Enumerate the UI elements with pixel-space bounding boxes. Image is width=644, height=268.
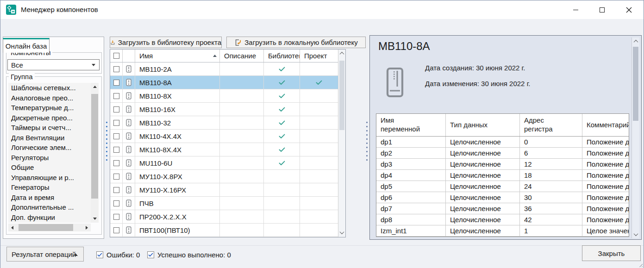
- group-list-item[interactable]: Таймеры и счетч...: [8, 123, 91, 133]
- table-row[interactable]: МВ110-16Х: [110, 103, 345, 116]
- component-name: МУ110-Х.16РХ: [135, 183, 220, 196]
- row-checkbox[interactable]: [113, 66, 119, 72]
- scrollbar-thumb[interactable]: [19, 224, 73, 231]
- project-check-cell: [300, 130, 338, 143]
- close-button[interactable]: [618, 0, 639, 19]
- table-row[interactable]: МУ110-Х.8РХ: [110, 170, 345, 183]
- minimize-icon: [573, 10, 578, 10]
- close-dialog-button[interactable]: Закрыть: [582, 245, 641, 261]
- scroll-down-button[interactable]: [91, 215, 99, 223]
- row-checkbox[interactable]: [113, 214, 119, 220]
- row-checkbox[interactable]: [113, 147, 119, 153]
- table-row[interactable]: ПВТ100(ПВТ10): [110, 224, 345, 237]
- scrollbar-thumb[interactable]: [91, 94, 98, 199]
- component-table-scrollbar[interactable]: [338, 50, 345, 237]
- device-icon-cell: [123, 156, 135, 169]
- var-comment: Положение де: [582, 137, 629, 147]
- row-checkbox[interactable]: [113, 174, 119, 180]
- var-type: Целочисленное: [446, 192, 520, 203]
- device-icon: [126, 106, 131, 113]
- table-row[interactable]: MU110-6U: [110, 156, 345, 170]
- load-to-project-library-button[interactable]: Загрузить в библиотеку проекта: [110, 37, 222, 48]
- minimize-button[interactable]: [565, 0, 586, 19]
- row-checkbox[interactable]: [113, 120, 119, 126]
- group-list-vertical-scrollbar[interactable]: [91, 83, 99, 223]
- group-list-item[interactable]: Доп. функции: [8, 212, 91, 223]
- components-filter-select[interactable]: Все: [7, 59, 100, 70]
- table-row[interactable]: МВ110-2А: [110, 62, 345, 76]
- scrollbar-thumb[interactable]: [633, 47, 638, 121]
- table-row[interactable]: МУ110-Х.16РХ: [110, 183, 345, 197]
- success-checkbox[interactable]: [147, 251, 154, 258]
- var-name: dp5: [376, 181, 446, 192]
- component-name: МУ110-Х.8РХ: [135, 170, 220, 183]
- row-checkbox[interactable]: [113, 187, 119, 193]
- row-checkbox[interactable]: [113, 160, 119, 166]
- component-description: [220, 116, 264, 129]
- details-vertical-scrollbar[interactable]: [631, 37, 639, 238]
- group-list-item[interactable]: Для Вентиляции: [8, 133, 91, 143]
- left-splitter[interactable]: [106, 122, 107, 162]
- var-name: dp8: [376, 214, 446, 225]
- var-type-column-header[interactable]: Тип данных: [446, 114, 520, 136]
- resize-grip[interactable]: [638, 262, 643, 267]
- select-all-checkbox[interactable]: [113, 53, 119, 59]
- table-row[interactable]: МВ110-8Х: [110, 89, 345, 103]
- component-description: [220, 103, 264, 116]
- group-list-item[interactable]: Аналоговые прео...: [8, 93, 91, 103]
- maximize-button[interactable]: [591, 0, 613, 19]
- row-checkbox[interactable]: [113, 133, 119, 139]
- errors-checkbox[interactable]: [96, 251, 103, 258]
- table-row[interactable]: МВ110-8А: [110, 76, 345, 89]
- var-type: Целочисленное: [446, 159, 520, 169]
- var-type: Целочисленное: [446, 137, 520, 147]
- group-list-item[interactable]: Общие: [8, 162, 91, 173]
- row-checkbox[interactable]: [113, 200, 119, 206]
- device-icon-cell: [123, 130, 135, 143]
- group-list-item[interactable]: Управляющие и р...: [8, 173, 91, 183]
- table-row[interactable]: ПЧВ: [110, 197, 345, 210]
- right-splitter[interactable]: [366, 122, 368, 162]
- load-to-local-library-button[interactable]: Загрузить в локальную библиотеку: [226, 37, 366, 48]
- name-column-header[interactable]: Имя: [135, 50, 220, 62]
- group-list-item[interactable]: Генераторы: [8, 182, 91, 193]
- icon-column-header[interactable]: [123, 50, 135, 62]
- var-type: Целочисленное: [446, 170, 520, 181]
- tab-online-base[interactable]: Онлайн база: [3, 38, 50, 53]
- project-column-header[interactable]: Проект: [300, 50, 338, 62]
- group-list-item[interactable]: Дополнительные ...: [8, 202, 91, 212]
- group-list-horizontal-scrollbar[interactable]: [8, 224, 91, 231]
- table-row[interactable]: ПР200-Х.2.Х.Х: [110, 210, 345, 224]
- table-row[interactable]: МК110-4Х.4Х: [110, 130, 345, 143]
- scroll-left-button[interactable]: [8, 224, 16, 231]
- operations-result-button[interactable]: Результат операций: [6, 247, 84, 262]
- table-row[interactable]: МК110-8Х.4Х: [110, 143, 345, 156]
- var-comment-column-header[interactable]: Комментарий: [582, 114, 629, 136]
- group-list-item[interactable]: Логические элем...: [8, 143, 91, 153]
- description-column-header[interactable]: Описание: [220, 50, 264, 62]
- row-checkbox[interactable]: [113, 93, 119, 99]
- table-row[interactable]: МВ110-32: [110, 116, 345, 130]
- row-checkbox[interactable]: [113, 106, 119, 112]
- var-comment: Положение де: [582, 159, 629, 169]
- group-list-item[interactable]: Регуляторы: [8, 153, 91, 163]
- scroll-down-button[interactable]: [632, 231, 639, 238]
- group-list-item[interactable]: Дата и время: [8, 193, 91, 203]
- row-checkbox[interactable]: [113, 227, 119, 233]
- library-check-cell: [264, 210, 300, 223]
- scrollbar-thumb[interactable]: [339, 61, 344, 130]
- var-name-column-header[interactable]: Имя переменной: [376, 114, 446, 136]
- scroll-up-button[interactable]: [338, 52, 345, 55]
- var-address-column-header[interactable]: Адрес регистра: [520, 114, 582, 136]
- scroll-up-button[interactable]: [632, 37, 639, 45]
- device-icon-cell: [123, 197, 135, 210]
- var-name: dp2: [376, 148, 446, 158]
- group-list-item[interactable]: Дискретные прео...: [8, 113, 91, 123]
- library-column-header[interactable]: Библиотека: [264, 50, 300, 62]
- scroll-right-button[interactable]: [83, 224, 91, 231]
- scroll-up-button[interactable]: [91, 83, 99, 91]
- group-list-item[interactable]: Температурные д...: [8, 103, 91, 113]
- row-checkbox[interactable]: [113, 80, 119, 86]
- scroll-down-button[interactable]: [338, 231, 345, 234]
- group-list-item[interactable]: Шаблоны сетевых...: [8, 83, 91, 93]
